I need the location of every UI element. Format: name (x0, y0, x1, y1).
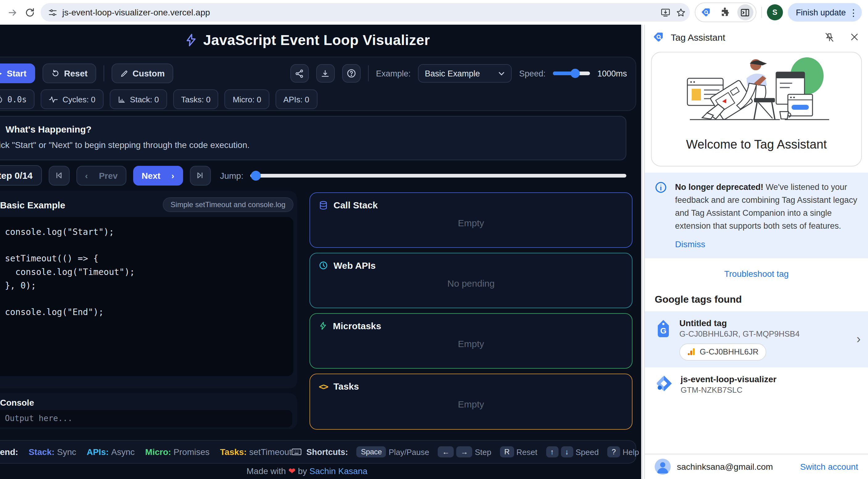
unpin-icon[interactable] (824, 32, 835, 42)
shortcut-step: ←→Step (438, 446, 492, 457)
tag-row-gtm[interactable]: js-event-loop-visualizer GTM-NZKB7SLC (645, 367, 868, 401)
extensions-group (695, 2, 756, 22)
code-panel-title: Basic Example (0, 199, 65, 210)
example-label: Example: (376, 69, 411, 78)
chevron-right-icon: › (172, 170, 174, 180)
bookmark-star-icon[interactable] (676, 7, 686, 18)
tasks-stat: Tasks: 0 (173, 89, 219, 109)
help-icon (346, 68, 356, 78)
console-title: Console (0, 397, 292, 408)
toolbar-separator-2 (368, 65, 369, 82)
close-icon[interactable] (849, 32, 859, 42)
welcome-illustration (664, 56, 849, 129)
dismiss-link[interactable]: Dismiss (675, 239, 705, 249)
whats-happening-text: Click "Start" or "Next" to begin steppin… (0, 140, 250, 150)
example-select[interactable]: Basic Example (418, 64, 512, 83)
page-footer: Made with ❤ by Sachin Kasana (0, 466, 636, 476)
step-controls: Step 0/14 ‹ Prev Next › Jump: (0, 165, 626, 186)
jump-slider-thumb[interactable] (251, 170, 261, 180)
legend-tasks: Tasks:setTimeout (220, 447, 291, 457)
switch-account-link[interactable]: Switch account (800, 462, 858, 472)
account-email: sachinksana@gmail.com (677, 462, 794, 472)
apis-stat: APIs: 0 (275, 89, 317, 109)
call-stack-empty: Empty (310, 218, 632, 228)
speed-value: 1000ms (597, 69, 627, 78)
speed-slider[interactable] (553, 71, 590, 75)
account-bar: sachinksana@gmail.com Switch account (645, 454, 868, 479)
author-link[interactable]: Sachin Kasana (309, 466, 367, 476)
notice-text: No longer deprecated! We've listened to … (675, 181, 858, 233)
deprecation-notice: No longer deprecated! We've listened to … (645, 172, 868, 258)
troubleshoot-tag-link[interactable]: Troubleshoot tag (645, 268, 868, 278)
database-icon (319, 200, 328, 210)
micro-stat: Micro: 0 (225, 89, 269, 109)
help-button[interactable] (342, 64, 361, 83)
side-panel-icon[interactable] (737, 4, 753, 20)
share-button[interactable] (290, 64, 309, 83)
forward-icon[interactable] (6, 6, 19, 19)
tasks-empty: Empty (310, 399, 632, 409)
analytics-id-chip[interactable]: G-CJ0BHHL6JR (679, 343, 767, 360)
site-settings-icon[interactable] (48, 8, 57, 17)
svg-text:G: G (660, 326, 666, 335)
bar-chart-icon (118, 95, 126, 103)
page-scrollbar[interactable] (641, 25, 643, 479)
jump-slider[interactable] (250, 173, 626, 177)
tag-ids: G-CJ0BHHL6JR, GT-MQP9HSB4 (679, 329, 800, 338)
download-button[interactable] (316, 64, 335, 83)
account-avatar (655, 459, 671, 475)
chevron-left-icon: ‹ (85, 170, 88, 180)
bolt-green-icon (319, 321, 327, 330)
reset-button[interactable]: Reset (42, 64, 96, 83)
extensions-puzzle-icon[interactable] (718, 4, 734, 20)
chevron-right-icon[interactable]: › (857, 332, 861, 346)
legend-micro: Micro:Promises (145, 447, 210, 457)
tag-ids: GTM-NZKB7SLC (681, 385, 776, 394)
event-loop-visualizer-page: JavaScript Event Loop Visualizer Start R… (0, 25, 643, 479)
timer-icon (0, 95, 3, 103)
legend-apis: APIs:Async (87, 447, 135, 457)
custom-button[interactable]: Custom (112, 64, 173, 83)
heart-icon: ❤ (288, 466, 295, 476)
cycles-stat: Cycles: 0 (41, 89, 103, 109)
browser-menu-icon[interactable]: ⋮ (849, 8, 858, 17)
speed-label: Speed: (519, 69, 546, 78)
tag-assistant-extension-icon[interactable] (698, 4, 714, 20)
skip-start-icon (55, 171, 63, 180)
app-header: JavaScript Event Loop Visualizer (0, 25, 636, 56)
code-editor[interactable]: console.log("Start"); setTimeout(() => {… (0, 217, 293, 376)
toolbar-divider (761, 7, 762, 18)
next-button[interactable]: Next › (133, 165, 183, 185)
step-counter: Step 0/14 (0, 165, 42, 186)
microtasks-empty: Empty (310, 339, 632, 349)
screen: js-event-loop-visualizer-one.vercel.app … (0, 0, 868, 479)
tag-row-untitled[interactable]: G Untitled tag G-CJ0BHHL6JR, GT-MQP9HSB4… (645, 311, 868, 367)
pencil-icon (120, 69, 128, 77)
tag-assistant-title: Tag Assistant (671, 32, 818, 42)
skip-end-icon (196, 171, 204, 180)
tasks-panel: <> Tasks Empty (309, 374, 632, 430)
address-bar[interactable]: js-event-loop-visualizer-one.vercel.app (41, 3, 690, 22)
tag-assistant-header: Tag Assistant (645, 25, 868, 49)
install-icon[interactable] (660, 7, 671, 18)
tag-assistant-panel: Tag Assistant (644, 25, 868, 479)
url-text[interactable]: js-event-loop-visualizer-one.vercel.app (62, 7, 655, 17)
skip-to-start-button[interactable] (49, 165, 70, 185)
prev-button[interactable]: ‹ Prev (76, 165, 126, 185)
code-panel-badge: Simple setTimeout and console.log (162, 197, 293, 212)
shortcut-speed: ↑↓Speed (546, 446, 598, 457)
reload-icon[interactable] (24, 6, 36, 19)
reset-icon (51, 69, 60, 78)
code-text: console.log("Start"); setTimeout(() => {… (5, 226, 285, 319)
shortcuts-label: Shortcuts: (306, 447, 348, 456)
start-button[interactable]: Start (0, 64, 35, 83)
code-brackets-icon: <> (319, 381, 328, 391)
tag-name: Untitled tag (679, 318, 800, 328)
skip-to-end-button[interactable] (190, 165, 211, 185)
web-apis-panel: Web APIs No pending (309, 253, 632, 308)
legend-label: Legend: (0, 447, 18, 457)
shortcuts-bar: Shortcuts: SpacePlay/Pause ←→Step RReset… (291, 446, 639, 457)
finish-update-button[interactable]: Finish update ⋮ (788, 3, 862, 22)
call-stack-panel: Call Stack Empty (309, 192, 632, 248)
profile-avatar[interactable]: S (767, 4, 783, 20)
